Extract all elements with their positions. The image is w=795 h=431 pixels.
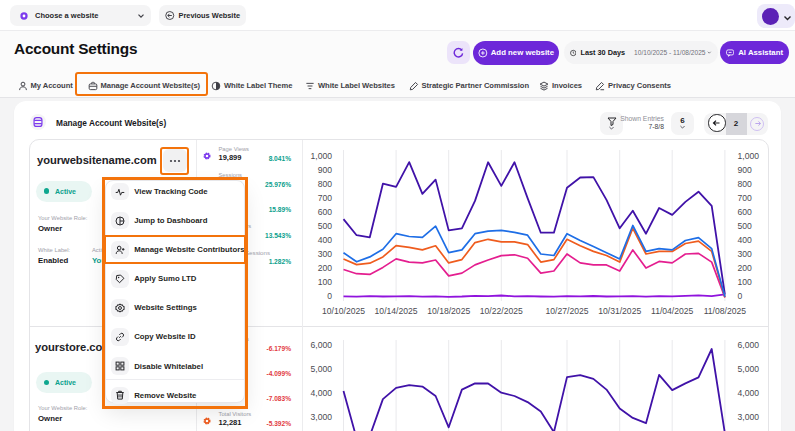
svg-text:4,000: 4,000 [310,388,332,398]
svg-text:10/14/2025: 10/14/2025 [375,306,418,316]
svg-text:1,000: 1,000 [310,151,332,161]
svg-text:4,000: 4,000 [738,388,760,398]
svg-text:6,000: 6,000 [738,340,760,350]
svg-text:200: 200 [318,263,333,273]
svg-text:5,000: 5,000 [738,364,760,374]
svg-text:11/08/2025: 11/08/2025 [704,306,747,316]
svg-text:900: 900 [738,165,753,175]
svg-text:0: 0 [327,291,332,301]
svg-text:11/04/2025: 11/04/2025 [651,306,694,316]
svg-text:300: 300 [738,249,753,259]
svg-text:400: 400 [738,235,753,245]
svg-text:700: 700 [738,193,753,203]
svg-text:6,000: 6,000 [310,340,332,350]
svg-text:3,000: 3,000 [310,412,332,422]
svg-text:500: 500 [318,221,333,231]
svg-text:0: 0 [738,291,743,301]
svg-text:600: 600 [318,207,333,217]
svg-text:10/22/2025: 10/22/2025 [480,306,523,316]
svg-text:800: 800 [318,179,333,189]
svg-text:800: 800 [738,179,753,189]
svg-text:300: 300 [318,249,333,259]
svg-text:3,000: 3,000 [738,412,760,422]
svg-text:200: 200 [738,263,753,273]
svg-text:900: 900 [318,165,333,175]
svg-text:10/31/2025: 10/31/2025 [598,306,641,316]
svg-text:10/18/2025: 10/18/2025 [427,306,470,316]
svg-text:5,000: 5,000 [310,364,332,374]
svg-text:700: 700 [318,193,333,203]
svg-text:400: 400 [318,235,333,245]
svg-text:100: 100 [738,277,753,287]
svg-text:500: 500 [738,221,753,231]
svg-text:10/10/2025: 10/10/2025 [322,306,365,316]
svg-text:100: 100 [318,277,333,287]
svg-text:1,000: 1,000 [738,151,760,161]
svg-text:600: 600 [738,207,753,217]
svg-text:10/27/2025: 10/27/2025 [545,306,588,316]
